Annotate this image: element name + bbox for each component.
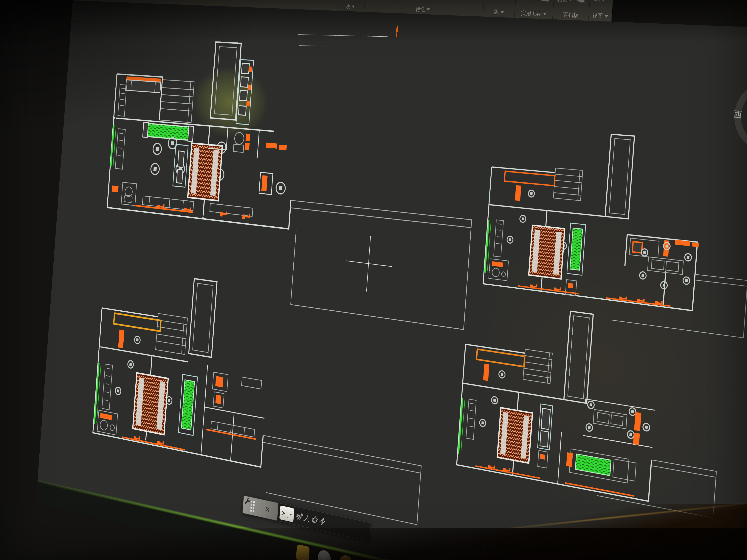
taskbar-icon-file-explorer[interactable] [296,544,310,560]
model-space-canvas[interactable]: 西 南 ✕ >_ 键入命令 [37,0,747,560]
taskbar-icon-browser-white-green[interactable] [317,549,331,560]
taskbar-icon-media-white-orange[interactable] [361,559,375,560]
crosshair-cursor [344,233,394,295]
right-rooms [201,365,267,467]
base-point-button[interactable]: 基点 [593,0,612,3]
floor-plan-top-left[interactable] [102,37,484,330]
monitor-photo: » 键入关键字或短语 编辑属性 块 [0,0,747,560]
autocad-screen: » 键入关键字或短语 编辑属性 块 [36,0,747,560]
floor-plan-top-right[interactable] [482,126,747,338]
ribbon-panel-utilities-footer[interactable]: 实用工具 [518,8,550,18]
ribbon-panel-utilities: 测量 实用工具 [515,0,556,19]
ribbon-panel-view: 基点 视图 [589,0,615,22]
copy-icon[interactable] [575,0,587,4]
list-icon[interactable] [659,551,665,560]
dining-set [586,401,636,439]
command-input[interactable]: 键入命令 [295,511,327,528]
toilet-room [208,126,251,153]
stray-lines [297,32,387,50]
green-counter [566,448,636,484]
ribbon-panel-groups-footer[interactable]: 组 [486,7,512,17]
status-text: LG [674,556,686,560]
viewcube[interactable]: 西 南 [730,83,747,162]
hatch-grid-icon[interactable] [646,549,656,560]
door-with-light [259,172,286,196]
customize-wrench-icon[interactable] [243,496,251,507]
orange-marker [395,25,398,37]
extension-outline [597,451,716,518]
labelled-room [257,130,288,161]
ribbon-panel-clipboard: 粘贴 剪贴板 [552,0,592,21]
command-prompt-icon[interactable]: >_ [279,506,294,522]
ribbon-panel-block-footer[interactable]: 块 [339,2,362,11]
viewcube-west-label: 西 [733,109,742,119]
model-grid-icon[interactable] [633,546,643,559]
ribbon-panel-block: 编辑属性 块 [336,0,367,12]
floor-plan-bottom-left[interactable] [91,266,433,525]
grip-dots-icon [250,501,255,512]
cad-drawing: 西 南 [37,0,747,560]
ribbon-panel-groups: 组 组 [483,0,518,18]
close-icon[interactable]: ✕ [264,505,271,514]
floor-plan-bottom-right[interactable] [457,298,727,518]
paste-button[interactable]: 粘贴 [557,0,574,4]
taskbar-icon-chrome-browser[interactable] [339,554,353,560]
ribbon-panel-clipboard-footer[interactable]: 剪贴板 [556,10,586,20]
calculator-icon[interactable] [540,0,551,2]
dropdown-arrow-icon [290,514,292,516]
ribbon-panel-view-footer[interactable]: 视图 [592,11,609,21]
